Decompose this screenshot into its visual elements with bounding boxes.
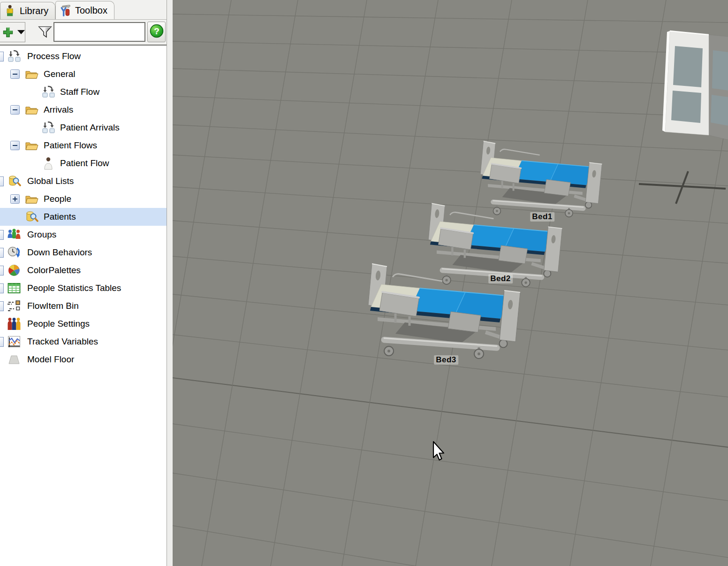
model-floor-icon xyxy=(7,352,21,367)
tree-item-staff-flow[interactable]: Staff Flow xyxy=(0,83,167,101)
toolbox-panel: Library Toolbox xyxy=(0,0,172,566)
add-plus-icon xyxy=(2,27,14,38)
tree-item-people-settings[interactable]: People Settings xyxy=(0,315,167,333)
tracked-variables-icon xyxy=(7,335,21,349)
expander-partial[interactable] xyxy=(0,176,4,186)
tree-item-label: People Settings xyxy=(27,319,90,329)
toolbox-search-input[interactable] xyxy=(53,22,145,42)
tree-item-label: Patient Flows xyxy=(44,140,97,151)
tree-item-flowitem-bin[interactable]: FlowItem Bin xyxy=(0,297,167,315)
toolbox-tools-icon xyxy=(60,4,72,16)
tree-item-patient-flows[interactable]: Patient Flows xyxy=(0,137,167,154)
svg-text:?: ? xyxy=(154,26,159,36)
folder-open-icon xyxy=(24,192,38,206)
expander-plus-icon[interactable] xyxy=(10,194,20,204)
library-person-icon xyxy=(4,5,16,17)
expander-partial[interactable] xyxy=(0,52,4,61)
down-behaviors-icon xyxy=(7,245,21,260)
model-scene xyxy=(173,0,728,566)
expander-minus-icon[interactable] xyxy=(10,105,20,115)
tree-item-colorpalettes[interactable]: ColorPalettes xyxy=(0,261,167,279)
folder-open-icon xyxy=(24,138,38,153)
tree-item-arrivals[interactable]: Arrivals xyxy=(0,101,167,119)
floor-grid xyxy=(173,0,728,566)
tree-item-label: General xyxy=(44,69,76,79)
tree-item-label: People xyxy=(44,194,71,204)
tree-item-label: Process Flow xyxy=(27,51,81,61)
tree-item-label: Patient Arrivals xyxy=(60,122,120,133)
flexsim-window: Bed1Bed2Bed3 Library xyxy=(0,0,728,566)
tab-library[interactable]: Library xyxy=(0,2,55,19)
model-3d-viewport[interactable]: Bed1Bed2Bed3 xyxy=(172,0,728,566)
process-flow-icon xyxy=(7,49,21,63)
tree-item-label: People Statistics Tables xyxy=(27,283,121,293)
expander-minus-icon[interactable] xyxy=(10,69,20,79)
bed-label-bed1: Bed1 xyxy=(530,212,554,222)
double-door-object[interactable] xyxy=(662,31,728,140)
help-button[interactable]: ? xyxy=(147,22,166,42)
process-flow-icon xyxy=(41,85,55,99)
expander-partial[interactable] xyxy=(0,266,4,275)
tree-item-label: Patient Flow xyxy=(60,158,109,168)
tree-item-patient-flow[interactable]: Patient Flow xyxy=(0,154,167,172)
tree-item-global-lists[interactable]: Global Lists xyxy=(0,172,167,190)
filter-funnel-icon[interactable] xyxy=(38,24,53,39)
tree-item-groups[interactable]: Groups xyxy=(0,226,167,244)
stats-table-icon xyxy=(7,281,21,295)
tree-item-label: ColorPalettes xyxy=(27,265,81,275)
tree-item-label: Global Lists xyxy=(27,176,74,186)
bed-label-bed3: Bed3 xyxy=(434,355,458,365)
expander-partial[interactable] xyxy=(0,337,4,347)
tree-item-label: Staff Flow xyxy=(60,87,99,97)
groups-icon xyxy=(7,228,21,242)
expander-partial[interactable] xyxy=(0,301,4,311)
tree-item-label: Groups xyxy=(27,229,56,240)
people-settings-icon xyxy=(7,317,21,331)
tree-item-model-floor[interactable]: Model Floor xyxy=(0,351,167,368)
toolbox-toolbar: ? xyxy=(0,20,167,45)
tree-item-down-behaviors[interactable]: Down Behaviors xyxy=(0,244,167,261)
tree-item-general[interactable]: General xyxy=(0,65,167,83)
tab-library-label: Library xyxy=(20,6,48,16)
list-cylinder-icon xyxy=(24,210,38,224)
tree-item-label: Arrivals xyxy=(44,105,73,115)
tree-item-patient-arrivals[interactable]: Patient Arrivals xyxy=(0,119,167,137)
tree-item-tracked-variables[interactable]: Tracked Variables xyxy=(0,333,167,351)
folder-open-icon xyxy=(24,67,38,81)
panel-splitter[interactable] xyxy=(167,0,173,566)
flowitem-bin-icon xyxy=(7,299,21,313)
tree-item-label: Patients xyxy=(44,212,76,222)
tree-item-patients[interactable]: Patients xyxy=(0,208,167,226)
add-tool-button[interactable] xyxy=(0,22,25,42)
bed1-object[interactable] xyxy=(480,141,602,217)
dropdown-arrow-icon xyxy=(17,30,25,34)
help-icon: ? xyxy=(149,23,164,40)
expander-partial[interactable] xyxy=(0,283,4,293)
expander-partial[interactable] xyxy=(0,248,4,258)
expander-partial[interactable] xyxy=(0,230,4,240)
tree-item-people[interactable]: People xyxy=(0,190,167,208)
tree-item-label: Tracked Variables xyxy=(27,337,98,347)
process-flow-icon xyxy=(41,121,55,135)
origin-axis-marker xyxy=(639,171,726,204)
toolbox-tree: Process FlowGeneralStaff FlowArrivalsPat… xyxy=(0,46,167,566)
tab-toolbox[interactable]: Toolbox xyxy=(55,1,114,19)
tree-item-process-flow[interactable]: Process Flow xyxy=(0,47,167,65)
tree-item-label: Model Floor xyxy=(27,354,74,365)
tree-item-label: Down Behaviors xyxy=(27,247,92,258)
mouse-cursor-icon xyxy=(433,442,444,460)
person-icon xyxy=(41,156,55,170)
color-palettes-icon xyxy=(7,263,21,277)
bed-label-bed2: Bed2 xyxy=(488,274,513,283)
list-cylinder-icon xyxy=(7,174,21,188)
folder-open-icon xyxy=(24,103,38,117)
tree-item-people-statistics-tables[interactable]: People Statistics Tables xyxy=(0,279,167,297)
tab-toolbox-label: Toolbox xyxy=(75,5,107,16)
expander-minus-icon[interactable] xyxy=(10,141,20,150)
tree-item-label: FlowItem Bin xyxy=(27,301,79,311)
panel-tab-bar: Library Toolbox xyxy=(0,0,167,20)
